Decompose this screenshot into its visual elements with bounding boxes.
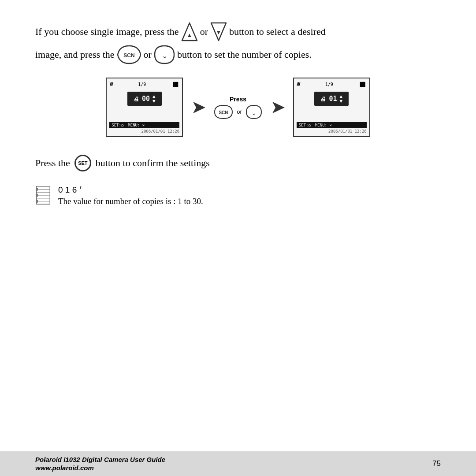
screen1-counter: 1/9 [138,82,146,87]
svg-rect-14 [36,188,38,191]
camera-screen-1: N 1/9 ▐█▌ 🖨 00 ▲▼ SET:○ MENU: ✕ 2006/01/… [106,78,183,137]
screen2-counter: 1/9 [325,82,333,87]
screen2-date: 2006/01/01 12:26 [297,129,367,134]
svg-text:SCN: SCN [123,52,134,59]
press-set-line: Press the SET button to confirm the sett… [35,155,441,171]
line1-prefix-text: If you choose single image, press the [35,26,179,37]
press-set-prefix: Press the [35,157,70,169]
footer: Polaroid i1032 Digital Camera User Guide… [0,451,476,476]
screen2-icon: N [297,81,300,87]
press-label-block: Press SCN or ⌄ [214,96,262,119]
screen1-battery-icon: ▐█▌ [171,82,179,87]
screen1-menu-bar: SET:○ MENU: ✕ [109,122,179,128]
nav-down-icon: ▼ [210,22,227,41]
svg-text:⌄: ⌄ [251,109,257,116]
line2-suffix-text: button to set the number of copies. [177,49,312,60]
note-content: 0 1 6 ʼ The value for number of copies i… [58,185,203,206]
nav-up-icon: ▲ [181,22,198,41]
screen1-print-count: 🖨 00 ▲▼ [127,92,162,106]
set-button-icon: SET [74,155,91,171]
svg-text:⌄: ⌄ [161,52,167,60]
note-section: 0 1 6 ʼ The value for number of copies i… [35,185,441,206]
screen2-battery-icon: ▐█▌ [359,82,367,87]
note-number: 0 1 6 ʼ [58,185,203,195]
footer-url: www.polaroid.com [35,464,165,472]
svg-text:SCN: SCN [219,110,228,115]
camera-screen-2: N 1/9 ▐█▌ 🖨 01 ▲▼ SET:○ MENU: ✕ 2006/01/… [293,78,370,137]
screen1-date: 2006/01/01 12:26 [109,129,179,134]
diag-or-text: or [237,108,242,115]
arrow-right-1: ➤ [192,98,205,117]
line2-or-text: or [144,49,152,60]
note-text: The value for number of copies is : 1 to… [58,197,203,206]
svg-text:▲: ▲ [186,32,192,38]
nav-down-icon2: ⌄ [154,45,175,64]
diag-nav-icon: ⌄ [245,104,262,119]
arrow-right-2: ➤ [271,98,284,117]
scn-button-icon: SCN [117,45,141,64]
press-set-suffix: button to confirm the settings [96,157,210,169]
footer-left: Polaroid i1032 Digital Camera User Guide… [35,456,165,472]
line2-prefix-text: image, and press the [35,49,115,60]
svg-rect-15 [36,194,38,197]
screen2-print-count: 🖨 01 ▲▼ [314,92,349,106]
line1-or-text: or [200,26,208,37]
note-icon [35,186,51,205]
footer-page-number: 75 [432,459,441,468]
svg-rect-16 [36,200,38,203]
screen2-menu-bar: SET:○ MENU: ✕ [297,122,367,128]
svg-text:▼: ▼ [216,29,222,36]
diag-scn-icon: SCN [214,104,233,119]
press-label-text: Press [230,96,246,103]
line1-suffix-text: button to select a desired [229,26,326,37]
screen1-icon: N [109,81,112,87]
diagram-section: N 1/9 ▐█▌ 🖨 00 ▲▼ SET:○ MENU: ✕ 2006/01/… [35,78,441,137]
footer-title: Polaroid i1032 Digital Camera User Guide [35,456,165,463]
